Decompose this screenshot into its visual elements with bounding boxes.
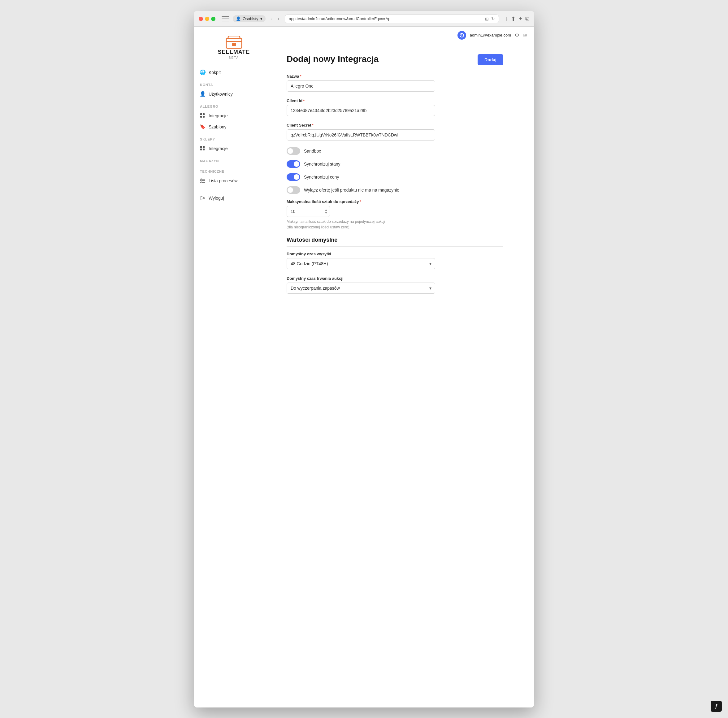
user-power-icon[interactable] bbox=[457, 31, 466, 40]
svg-rect-10 bbox=[203, 148, 205, 150]
translate-icon: ⊞ bbox=[485, 17, 489, 21]
toggle-sync-ceny-switch[interactable] bbox=[287, 173, 300, 181]
section-label-sklepy: SKLEPY bbox=[194, 133, 274, 143]
sidebar-item-sklepy-integracje[interactable]: Integracje bbox=[194, 143, 274, 154]
input-nazwa[interactable] bbox=[287, 81, 435, 92]
select-czas-trwania[interactable]: Do wyczerpania zapasów 3 dni 7 dni 14 dn… bbox=[287, 283, 435, 294]
svg-point-16 bbox=[200, 182, 202, 183]
chevron-down-icon: ▾ bbox=[260, 17, 263, 21]
field-czas-wysylki: Domyślny czas wysyłki 48 Godzin (PT48H) … bbox=[287, 252, 503, 269]
toggle-sync-stany-switch[interactable] bbox=[287, 160, 300, 168]
section-label-techniczne: TECHNICZNE bbox=[194, 165, 274, 175]
globe-icon: 🌐 bbox=[200, 70, 205, 75]
url-text: app.test/admin?crudAction=new&crudContro… bbox=[289, 17, 483, 21]
logout-icon bbox=[200, 195, 205, 201]
label-client-id: Client Id* bbox=[287, 98, 503, 103]
section-label-allegro: ALLEGRO bbox=[194, 100, 274, 110]
sidebar-item-allegro-integracje[interactable]: Integracje bbox=[194, 110, 274, 121]
nav-forward-button[interactable]: › bbox=[276, 15, 281, 22]
toggle-sandbox-switch[interactable] bbox=[287, 147, 300, 155]
input-client-id[interactable] bbox=[287, 105, 435, 116]
svg-rect-8 bbox=[203, 146, 205, 148]
toggle-wylacz-oferte: Wyłącz ofertę jeśli produktu nie ma na m… bbox=[287, 186, 503, 194]
svg-rect-5 bbox=[200, 116, 202, 118]
new-tab-icon[interactable]: + bbox=[519, 15, 522, 22]
field-client-secret: Client Secret* bbox=[287, 123, 503, 141]
svg-rect-3 bbox=[200, 113, 202, 115]
svg-point-14 bbox=[200, 179, 202, 180]
toggle-sandbox: Sandbox bbox=[287, 147, 503, 155]
spinner-down[interactable]: ▼ bbox=[325, 211, 327, 214]
sidebar-item-wyloguj[interactable]: Wyloguj bbox=[194, 192, 274, 204]
profile-pill[interactable]: 👤 Osobisty ▾ bbox=[233, 15, 266, 22]
label-client-secret: Client Secret* bbox=[287, 123, 503, 127]
label-nazwa: Nazwa* bbox=[287, 74, 503, 79]
user-email: admin1@example.com bbox=[470, 33, 511, 37]
share-icon[interactable]: ⬆ bbox=[511, 15, 515, 22]
address-bar[interactable]: app.test/admin?crudAction=new&crudContro… bbox=[285, 15, 499, 23]
select-czas-trwania-wrap: Do wyczerpania zapasów 3 dni 7 dni 14 dn… bbox=[287, 283, 435, 294]
sidebar-item-label: Wyloguj bbox=[209, 196, 224, 200]
sidebar-item-label: Kokpit bbox=[209, 70, 221, 75]
field-nazwa: Nazwa* bbox=[287, 74, 503, 92]
toggle-sync-ceny: Synchronizuj ceny bbox=[287, 173, 503, 181]
logo-area: SELLMATE BETA bbox=[194, 33, 274, 67]
logo-beta: BETA bbox=[229, 56, 239, 60]
input-client-secret[interactable] bbox=[287, 129, 435, 141]
settings-icon[interactable]: ⚙ bbox=[515, 32, 519, 38]
grid-icon bbox=[200, 113, 205, 119]
sidebar-item-lista-procesow[interactable]: Lista procesów bbox=[194, 175, 274, 186]
input-max-ilosc[interactable] bbox=[287, 206, 330, 217]
section-title-wartosci: Wartości domyślne bbox=[287, 237, 503, 247]
grid-icon-2 bbox=[200, 146, 205, 151]
profile-icon: 👤 bbox=[236, 17, 241, 21]
svg-point-15 bbox=[200, 180, 202, 181]
main-content: admin1@example.com ⚙ ✉ Dodaj nowy Integr… bbox=[274, 27, 534, 707]
help-text-max-ilosc: Maksymalna ilość sztuk do sprzedaży na p… bbox=[287, 219, 386, 230]
select-czas-wysylki-wrap: 48 Godzin (PT48H) 24 Godzin (PT24H) 72 G… bbox=[287, 258, 435, 269]
submit-button[interactable]: Dodaj bbox=[477, 54, 503, 65]
sidebar-item-szablony[interactable]: 🔖 Szablony bbox=[194, 121, 274, 133]
sidebar-item-label: Integracje bbox=[209, 113, 228, 118]
sidebar-item-uzytkownicy[interactable]: 👤 Użytkownicy bbox=[194, 89, 274, 100]
nav-back-button[interactable]: ‹ bbox=[269, 15, 275, 22]
toggle-sandbox-label: Sandbox bbox=[304, 148, 321, 153]
spinner-up[interactable]: ▲ bbox=[325, 208, 327, 211]
label-czas-trwania: Domyślny czas trwania aukcji bbox=[287, 276, 503, 281]
toggle-sync-stany: Synchronizuj stany bbox=[287, 160, 503, 168]
svg-rect-4 bbox=[203, 113, 205, 115]
select-czas-wysylki[interactable]: 48 Godzin (PT48H) 24 Godzin (PT24H) 72 G… bbox=[287, 258, 435, 269]
sidebar-item-label: Użytkownicy bbox=[209, 92, 233, 96]
toggle-sync-stany-label: Synchronizuj stany bbox=[304, 162, 341, 167]
number-input-wrap: ▲ ▼ bbox=[287, 206, 330, 217]
mail-icon[interactable]: ✉ bbox=[523, 32, 527, 38]
top-bar: admin1@example.com ⚙ ✉ bbox=[274, 27, 534, 44]
field-max-ilosc: Maksymalna ilość sztuk do sprzedaży* ▲ ▼… bbox=[287, 199, 503, 230]
svg-rect-7 bbox=[200, 146, 202, 148]
bookmark-icon: 🔖 bbox=[200, 124, 205, 130]
sidebar-toggle[interactable] bbox=[222, 17, 229, 21]
logo-text: SELLMATE bbox=[218, 49, 250, 55]
svg-rect-6 bbox=[203, 116, 205, 118]
svg-rect-2 bbox=[232, 43, 236, 46]
list-icon bbox=[200, 178, 205, 183]
number-spinners: ▲ ▼ bbox=[325, 208, 327, 214]
section-label-magazyn: MAGAZYN bbox=[194, 154, 274, 165]
sidebar-item-label: Lista procesów bbox=[209, 178, 237, 183]
refresh-icon[interactable]: ↻ bbox=[491, 17, 495, 21]
toggle-sync-ceny-label: Synchronizuj ceny bbox=[304, 174, 339, 179]
download-icon[interactable]: ↓ bbox=[505, 15, 508, 22]
label-czas-wysylki: Domyślny czas wysyłki bbox=[287, 252, 503, 256]
toggle-wylacz-oferte-switch[interactable] bbox=[287, 186, 300, 194]
tabs-icon[interactable]: ⧉ bbox=[525, 15, 529, 22]
sidebar-item-kokpit[interactable]: 🌐 Kokpit bbox=[194, 67, 274, 78]
sidebar-item-label: Szablony bbox=[209, 124, 226, 129]
symfony-badge: ƒ bbox=[711, 701, 722, 712]
close-button[interactable] bbox=[199, 17, 203, 21]
section-label-konta: KONTA bbox=[194, 78, 274, 89]
user-icon: 👤 bbox=[200, 91, 205, 97]
minimize-button[interactable] bbox=[205, 17, 209, 21]
maximize-button[interactable] bbox=[211, 17, 216, 21]
toggle-wylacz-oferte-label: Wyłącz ofertę jeśli produktu nie ma na m… bbox=[304, 188, 399, 192]
profile-label: Osobisty bbox=[243, 17, 258, 21]
